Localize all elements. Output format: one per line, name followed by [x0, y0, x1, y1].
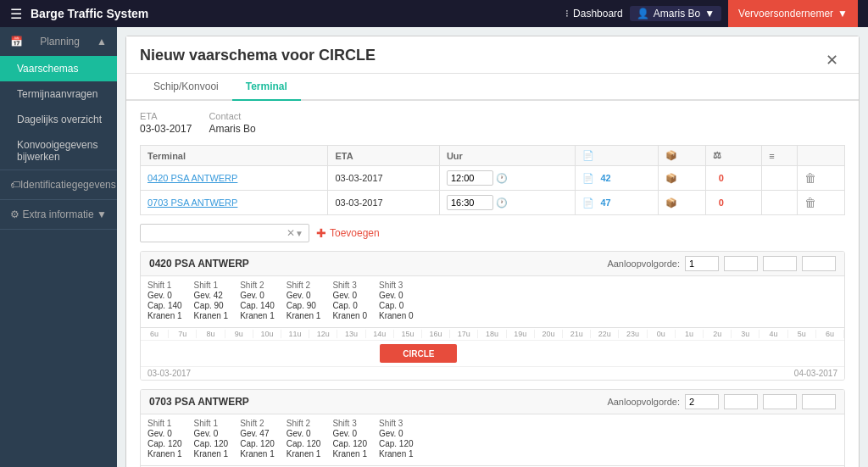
- col-icon3: ⚖: [705, 146, 761, 166]
- dashboard-link[interactable]: ⁝ Dashboard: [565, 8, 623, 19]
- delete-row-2[interactable]: 🗑: [804, 196, 816, 209]
- tabs: Schip/Konvooi Terminal: [126, 74, 859, 101]
- add-terminal-input[interactable]: [146, 228, 287, 238]
- aanloop-extra1-0703[interactable]: [724, 394, 758, 409]
- list-icon: ≡: [769, 151, 774, 161]
- main-content: Nieuw vaarschema voor CIRCLE ✕ Schip/Kon…: [117, 27, 868, 467]
- box-icon-2: 📦: [665, 197, 677, 208]
- identificatie-label: Identificatiegegevens: [20, 179, 116, 191]
- dagelijks-label: Dagelijks overzicht: [17, 114, 102, 125]
- sidebar-section-planning: 📅 Planning ▲ Vaarschemas Termijnaanvrage…: [0, 27, 117, 170]
- tab-schip[interactable]: Schip/Konvooi: [140, 74, 232, 101]
- layout: 📅 Planning ▲ Vaarschemas Termijnaanvrage…: [0, 27, 868, 467]
- shift-col-0703-6: Shift 3 Gev. 0 Cap. 120 Kranen 1: [379, 419, 414, 459]
- user-menu[interactable]: 👤 Amaris Bo ▼: [630, 6, 721, 21]
- sidebar-header-identificatie[interactable]: 🏷 Identificatiegegevens ▼: [0, 170, 117, 199]
- contact-field: Contact Amaris Bo: [209, 111, 255, 135]
- form-container: Nieuw vaarschema voor CIRCLE ✕ Schip/Kon…: [125, 36, 860, 467]
- extra-icon: ⚙: [10, 208, 19, 220]
- shift-col-0703-2: Shift 1 Gev. 0 Cap. 120 Kranen 1: [194, 419, 229, 459]
- shift-col-0703-3: Shift 2 Gev. 47 Cap. 120 Kranen 1: [240, 419, 275, 459]
- terminal-block-0420: 0420 PSA ANTWERP Aanloopvolgorde: Shift …: [140, 251, 845, 381]
- time-field-2[interactable]: [447, 195, 493, 210]
- doc-icon-1: 📄: [582, 173, 594, 184]
- date-right-0420: 04-03-2017: [794, 369, 837, 378]
- aanloop-container-0703: Aanloopvolgorde:: [607, 394, 836, 409]
- id-icon: 🏷: [10, 179, 20, 191]
- add-label: Toevoegen: [330, 227, 380, 239]
- col-uur: Uur: [439, 146, 575, 166]
- terminal-block-title-0703: 0703 PSA ANTWERP: [149, 396, 249, 408]
- box-icon: 📦: [665, 150, 677, 160]
- aanloop-label-0703: Aanloopvolgorde:: [607, 397, 680, 407]
- shift-col-0420-3: Shift 2 Gev. 0 Cap. 140 Kranen 1: [240, 281, 275, 320]
- eta-contact-row: ETA 03-03-2017 Contact Amaris Bo: [140, 111, 845, 135]
- aanloop-extra2-0420[interactable]: [763, 256, 797, 271]
- row1-eta: 03-03-2017: [328, 166, 439, 191]
- time-field-1[interactable]: [447, 170, 493, 186]
- sidebar-item-dagelijks[interactable]: Dagelijks overzicht: [0, 107, 117, 132]
- terminal-link-0703[interactable]: 0703 PSA ANTWERP: [147, 197, 237, 208]
- aanloop-container-0420: Aanloopvolgorde:: [607, 256, 836, 271]
- aanloop-extra2-0703[interactable]: [763, 394, 797, 409]
- aanloop-extra3-0420[interactable]: [802, 256, 836, 271]
- terminal-table: Terminal ETA Uur 📄 📦 ⚖ ≡ 0420 PSA ANT: [140, 145, 845, 215]
- terminal-block-header-0703: 0703 PSA ANTWERP Aanloopvolgorde:: [141, 390, 844, 414]
- tab-terminal-label: Terminal: [246, 81, 287, 92]
- aanloop-extra3-0703[interactable]: [802, 394, 836, 409]
- col-eta: ETA: [328, 146, 439, 166]
- eta-value: 03-03-2017: [140, 123, 192, 135]
- user-chevron-icon: ▼: [704, 8, 715, 19]
- count1-2: 47: [598, 197, 615, 208]
- shifts-grid-0420: Shift 1 Gev. 0 Cap. 140 Kranen 1 Shift 1…: [141, 276, 844, 327]
- sidebar-header-extra[interactable]: ⚙ Extra informatie ▼: [0, 200, 117, 229]
- sidebar-section-extra: ⚙ Extra informatie ▼: [0, 200, 117, 230]
- sidebar-item-vaarschemas[interactable]: Vaarschemas: [0, 56, 117, 81]
- box-cell-1: 📦: [665, 173, 698, 184]
- col-terminal: Terminal: [141, 146, 328, 166]
- contact-value: Amaris Bo: [209, 123, 255, 135]
- tab-schip-label: Schip/Konvooi: [153, 81, 219, 92]
- doc-icon: 📄: [582, 150, 594, 160]
- sidebar-item-termijnaanvragen[interactable]: Termijnaanvragen: [0, 81, 117, 107]
- count1-1: 42: [598, 173, 615, 183]
- sidebar-header-planning[interactable]: 📅 Planning ▲: [0, 27, 117, 56]
- shift-col-0420-2: Shift 1 Gev. 42 Cap. 90 Kranen 1: [194, 281, 229, 320]
- aanloop-input-0703[interactable]: [685, 394, 719, 409]
- table-row: 0703 PSA ANTWERP 03-03-2017 🕐 📄: [141, 191, 845, 215]
- sidebar-section-identificatie: 🏷 Identificatiegegevens ▼: [0, 170, 117, 200]
- supplier-menu[interactable]: Vervoersondernemer ▼: [728, 0, 858, 27]
- add-row: ✕ ▼ ✚ Toevoegen: [140, 224, 845, 242]
- vaarschemas-label: Vaarschemas: [17, 63, 78, 75]
- sidebar-item-konvooi[interactable]: Konvooigegevens bijwerken: [0, 132, 117, 170]
- delete-row-1[interactable]: 🗑: [804, 171, 816, 185]
- time-input-1: 🕐: [447, 170, 568, 186]
- calendar-icon: 📅: [10, 36, 23, 47]
- col-icon4: ≡: [762, 146, 798, 166]
- date-left-0420: 03-03-2017: [147, 369, 191, 378]
- shift-col-0703-5: Shift 3 Gev. 0 Cap. 120 Kranen 1: [332, 419, 367, 459]
- form-body: ETA 03-03-2017 Contact Amaris Bo Termina…: [126, 101, 859, 467]
- eta-label: ETA: [140, 111, 192, 121]
- aanloop-extra1-0420[interactable]: [724, 256, 758, 271]
- close-button[interactable]: ✕: [819, 47, 845, 73]
- supplier-chevron-icon: ▼: [837, 8, 848, 19]
- table-row: 0420 PSA ANTWERP 03-03-2017 🕐 📄: [141, 166, 845, 191]
- terminal-link-0420[interactable]: 0420 PSA ANTWERP: [147, 173, 237, 183]
- eta-field: ETA 03-03-2017: [140, 111, 192, 135]
- contact-label: Contact: [209, 111, 255, 121]
- top-nav-right: ⁝ Dashboard 👤 Amaris Bo ▼ Vervoersondern…: [565, 0, 858, 27]
- aanloop-input-0420[interactable]: [685, 256, 719, 271]
- tab-terminal[interactable]: Terminal: [232, 74, 301, 101]
- clear-icon[interactable]: ✕: [287, 227, 295, 239]
- hamburger-icon[interactable]: ☰: [10, 6, 22, 22]
- shift-col-0420-1: Shift 1 Gev. 0 Cap. 140 Kranen 1: [147, 281, 182, 320]
- time-input-2: 🕐: [447, 195, 568, 210]
- col-delete: [798, 146, 845, 166]
- sidebar-planning-label: Planning: [40, 36, 80, 47]
- form-title: Nieuw vaarschema voor CIRCLE: [140, 47, 376, 73]
- add-button[interactable]: ✚ Toevoegen: [316, 226, 380, 240]
- extra-label: Extra informatie: [23, 208, 94, 220]
- filter-icon: ⚖: [713, 150, 721, 160]
- dropdown-icon[interactable]: ▼: [295, 229, 303, 238]
